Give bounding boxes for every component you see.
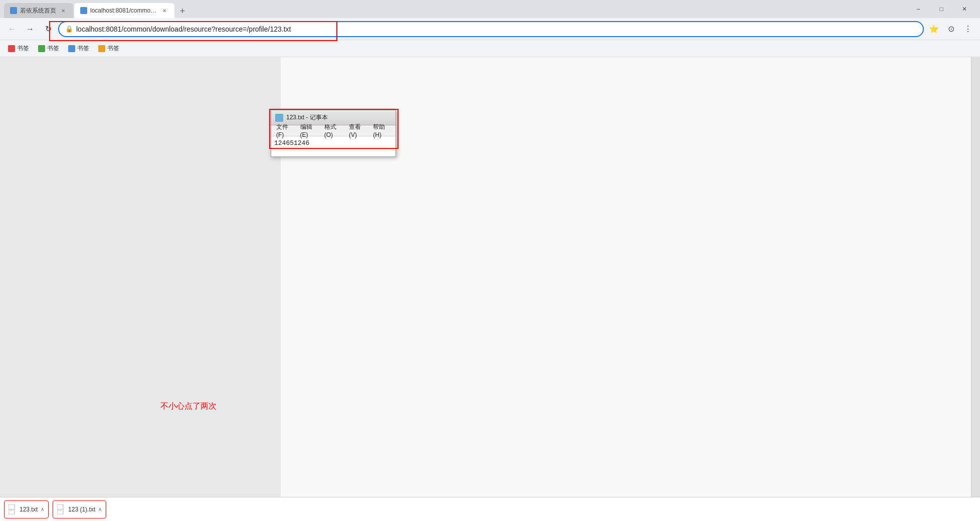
new-tab-button[interactable]: + — [175, 4, 189, 18]
address-bar-container[interactable]: 🔒 — [58, 21, 924, 37]
svg-text:TXT: TXT — [9, 508, 14, 511]
bookmark-1[interactable]: 书签 — [4, 43, 33, 55]
bookmark-4-label: 书签 — [107, 44, 119, 53]
notepad-menu: 文件(F) 编辑(E) 格式(O) 查看(V) 帮助(H) — [271, 125, 396, 136]
nav-bar: ← → ↻ 🔒 ⭐ ⊙ ⋮ — [0, 18, 980, 40]
bookmark-1-favicon — [8, 45, 15, 52]
download-item-1[interactable]: TXT 123.txt ∧ — [4, 500, 49, 518]
right-panel — [971, 57, 980, 497]
notepad-icon — [275, 114, 283, 122]
bookmarks-bar: 书签 书签 书签 书签 — [0, 40, 980, 57]
notepad-menu-format[interactable]: 格式(O) — [321, 122, 345, 139]
extensions-button[interactable]: ⭐ — [926, 21, 942, 37]
bookmark-2-label: 书签 — [47, 44, 59, 53]
notepad-menu-view[interactable]: 查看(V) — [346, 122, 369, 139]
nav-actions: ⭐ ⊙ ⋮ — [926, 21, 976, 37]
browser-window: 若依系统首页 ✕ localhost:8081/common/dow... ✕ … — [0, 0, 980, 521]
download-chevron-2[interactable]: ∧ — [98, 506, 102, 512]
notepad-menu-file[interactable]: 文件(F) — [273, 122, 296, 139]
download-bar: TXT 123.txt ∧ TXT 123 (1).txt ∧ — [0, 497, 980, 521]
notepad-window[interactable]: 123.txt - 记事本 文件(F) 编辑(E) 格式(O) 查看(V) 帮助… — [271, 110, 396, 157]
settings-button[interactable]: ⋮ — [960, 21, 976, 37]
tab-1-label: 若依系统首页 — [20, 7, 56, 15]
profile-button[interactable]: ⊙ — [943, 21, 959, 37]
bookmark-2[interactable]: 书签 — [34, 43, 63, 55]
notepad-text: 124651246 — [273, 138, 394, 148]
bookmark-3-label: 书签 — [77, 44, 89, 53]
bookmark-4-favicon — [98, 45, 105, 52]
address-bar-input[interactable] — [76, 25, 917, 33]
file-icon-2: TXT — [57, 504, 65, 514]
notepad-title: 123.txt - 记事本 — [286, 113, 391, 122]
back-button[interactable]: ← — [4, 21, 20, 37]
tab-1[interactable]: 若依系统首页 ✕ — [4, 3, 73, 18]
tab-2-favicon — [80, 7, 87, 14]
download-filename-1: 123.txt — [20, 506, 38, 513]
close-button[interactable]: ✕ — [953, 0, 976, 18]
forward-button[interactable]: → — [22, 21, 38, 37]
window-controls: – □ ✕ — [907, 0, 976, 18]
tab-2[interactable]: localhost:8081/common/dow... ✕ — [74, 3, 174, 18]
svg-text:TXT: TXT — [58, 508, 62, 511]
tab-bar: 若依系统首页 ✕ localhost:8081/common/dow... ✕ … — [0, 0, 980, 18]
notepad-content: 124651246 — [271, 136, 396, 156]
bookmark-4[interactable]: 书签 — [94, 43, 123, 55]
bookmark-3-favicon — [68, 45, 75, 52]
bookmark-3[interactable]: 书签 — [64, 43, 93, 55]
refresh-button[interactable]: ↻ — [40, 21, 56, 37]
maximize-button[interactable]: □ — [930, 0, 953, 18]
main-content: 123.txt - 记事本 文件(F) 编辑(E) 格式(O) 查看(V) 帮助… — [0, 57, 980, 497]
notepad-menu-help[interactable]: 帮助(H) — [370, 122, 394, 139]
lock-icon: 🔒 — [65, 25, 73, 33]
tab-2-label: localhost:8081/common/dow... — [90, 7, 157, 14]
tab-1-close[interactable]: ✕ — [59, 7, 67, 15]
tab-1-favicon — [10, 7, 17, 14]
minimize-button[interactable]: – — [907, 0, 930, 18]
notepad-menu-edit[interactable]: 编辑(E) — [297, 122, 320, 139]
tab-2-close[interactable]: ✕ — [160, 7, 168, 15]
file-icon-1: TXT — [9, 504, 17, 514]
download-filename-2: 123 (1).txt — [68, 506, 95, 513]
annotation-text: 不小心点了两次 — [160, 401, 217, 412]
download-chevron-1[interactable]: ∧ — [41, 506, 44, 512]
bookmark-2-favicon — [38, 45, 45, 52]
download-item-2[interactable]: TXT 123 (1).txt ∧ — [53, 500, 106, 518]
bookmark-1-label: 书签 — [17, 44, 29, 53]
